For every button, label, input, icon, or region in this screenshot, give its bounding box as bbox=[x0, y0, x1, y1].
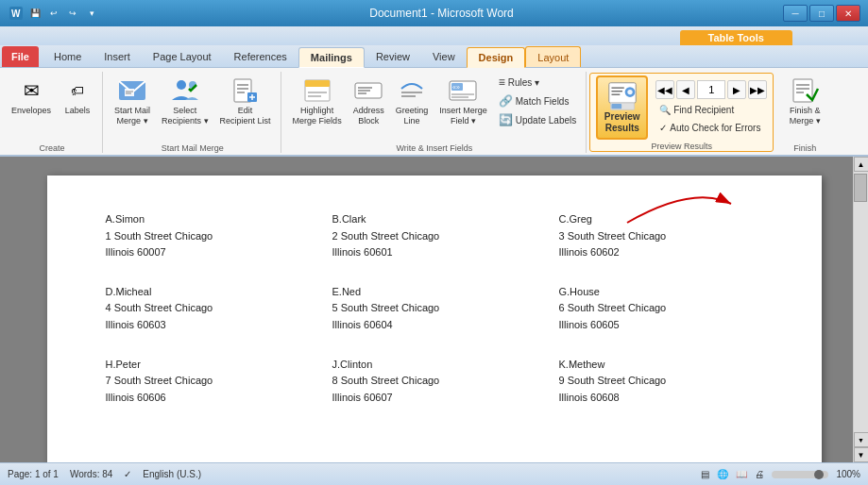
view-normal-btn[interactable]: ▤ bbox=[701, 469, 709, 479]
document-grid: A.Simon 1 South Street Chicago Illinois … bbox=[94, 204, 774, 413]
tab-insert[interactable]: Insert bbox=[93, 46, 142, 67]
start-mail-merge-button[interactable]: Start MailMerge ▾ bbox=[111, 74, 154, 128]
ribbon-group-create: ✉ Envelopes 🏷 Labels Create bbox=[2, 72, 103, 153]
scroll-thumb[interactable] bbox=[854, 174, 867, 202]
tab-review[interactable]: Review bbox=[365, 46, 421, 67]
first-record-btn[interactable]: ◀◀ bbox=[655, 80, 674, 99]
entry-1-city: Illinois 60007 bbox=[106, 244, 310, 261]
recipients-icon bbox=[170, 75, 200, 106]
tab-mailings[interactable]: Mailings bbox=[298, 47, 365, 68]
entry-6: G.House 6 South Street Chicago Illinois … bbox=[548, 269, 774, 342]
view-web-btn[interactable]: 🌐 bbox=[717, 469, 728, 479]
svg-rect-16 bbox=[305, 80, 330, 87]
greeting-line-icon bbox=[397, 75, 427, 106]
document[interactable]: A.Simon 1 South Street Chicago Illinois … bbox=[47, 176, 822, 462]
maximize-btn[interactable]: □ bbox=[809, 5, 834, 22]
entry-8-name: J.Clinton bbox=[332, 357, 536, 374]
ribbon-tabs: File Home Insert Page Layout References … bbox=[0, 45, 868, 68]
labels-button[interactable]: 🏷 Labels bbox=[59, 74, 96, 118]
redo-quick-btn[interactable]: ↪ bbox=[64, 5, 81, 22]
save-quick-btn[interactable]: 💾 bbox=[26, 5, 43, 22]
svg-rect-3 bbox=[125, 89, 134, 96]
address-block-button[interactable]: AddressBlock bbox=[349, 74, 388, 128]
minimize-btn[interactable]: ─ bbox=[783, 5, 808, 22]
insert-merge-field-button[interactable]: «» Insert MergeField ▾ bbox=[435, 74, 491, 128]
svg-point-35 bbox=[627, 90, 632, 94]
tab-pagelayout[interactable]: Page Layout bbox=[142, 46, 223, 67]
svg-rect-37 bbox=[611, 104, 621, 109]
rules-button[interactable]: ≡ Rules ▾ bbox=[495, 74, 581, 91]
entry-7: H.Peter 7 South Street Chicago Illinois … bbox=[94, 342, 321, 414]
undo-quick-btn[interactable]: ↩ bbox=[45, 5, 62, 22]
quick-access-toolbar: W 💾 ↩ ↪ ▾ bbox=[8, 5, 100, 22]
entry-1: A.Simon 1 South Street Chicago Illinois … bbox=[94, 204, 321, 269]
zoom-slider[interactable] bbox=[772, 471, 828, 478]
tab-design[interactable]: Design bbox=[467, 47, 526, 68]
entry-1-name: A.Simon bbox=[106, 211, 310, 228]
entry-2-address: 2 South Street Chicago bbox=[332, 228, 536, 245]
finish-merge-icon bbox=[790, 75, 820, 106]
entry-3-city: Illinois 60602 bbox=[559, 244, 763, 261]
scroll-down-arrow-2[interactable]: ▼ bbox=[854, 447, 869, 462]
scroll-down-arrow-1[interactable]: ▼ bbox=[854, 432, 869, 447]
envelopes-button[interactable]: ✉ Envelopes bbox=[8, 74, 55, 118]
finish-merge-button[interactable]: Finish &Merge ▾ bbox=[786, 74, 825, 128]
entry-9: K.Methew 9 South Street Chicago Illinois… bbox=[548, 342, 774, 414]
svg-text:«»: «» bbox=[452, 84, 460, 91]
scroll-up-btn[interactable]: ▲ bbox=[854, 157, 869, 172]
ribbon-group-preview-results: PreviewResults ◀◀ ◀ ▶ ▶▶ 🔍 Find Recipien… bbox=[589, 73, 774, 152]
entry-8-city: Illinois 60607 bbox=[332, 390, 536, 407]
svg-text:W: W bbox=[11, 8, 21, 19]
auto-check-errors-button[interactable]: ✓ Auto Check for Errors bbox=[655, 121, 767, 135]
match-fields-icon: 🔗 bbox=[499, 94, 513, 108]
ribbon: ✉ Envelopes 🏷 Labels Create bbox=[0, 68, 868, 157]
match-fields-button[interactable]: 🔗 Match Fields bbox=[495, 92, 581, 109]
quick-menu-btn[interactable]: ▾ bbox=[83, 5, 100, 22]
find-recipient-button[interactable]: 🔍 Find Recipient bbox=[655, 103, 767, 117]
edit-recipient-list-button[interactable]: EditRecipient List bbox=[216, 74, 275, 128]
entry-4: D.Micheal 4 South Street Chicago Illinoi… bbox=[94, 269, 321, 342]
greeting-line-button[interactable]: GreetingLine bbox=[392, 74, 433, 128]
tab-view[interactable]: View bbox=[421, 46, 467, 67]
tab-home[interactable]: Home bbox=[43, 46, 93, 67]
select-recipients-button[interactable]: SelectRecipients ▾ bbox=[158, 74, 213, 128]
zoom-level: 100% bbox=[836, 469, 860, 479]
tab-file[interactable]: File bbox=[2, 46, 39, 67]
entry-8: J.Clinton 8 South Street Chicago Illinoi… bbox=[321, 342, 548, 414]
entry-2-city: Illinois 60601 bbox=[332, 244, 536, 261]
rules-icon: ≡ bbox=[499, 75, 505, 89]
entry-7-city: Illinois 60606 bbox=[106, 390, 310, 407]
tab-references[interactable]: References bbox=[223, 46, 298, 67]
close-btn[interactable]: ✕ bbox=[836, 5, 860, 22]
entry-7-address: 7 South Street Chicago bbox=[106, 373, 310, 390]
preview-results-button[interactable]: PreviewResults bbox=[596, 75, 648, 140]
record-number-input[interactable] bbox=[697, 80, 725, 99]
entry-4-address: 4 South Street Chicago bbox=[106, 300, 310, 317]
preview-results-icon bbox=[607, 81, 638, 111]
entry-4-name: D.Micheal bbox=[106, 284, 310, 301]
entry-6-name: G.House bbox=[559, 284, 763, 301]
last-record-btn[interactable]: ▶▶ bbox=[748, 80, 767, 99]
entry-3: C.Greg 3 South Street Chicago Illinois 6… bbox=[548, 204, 774, 269]
highlight-merge-fields-button[interactable]: HighlightMerge Fields bbox=[289, 74, 346, 128]
page-info: Page: 1 of 1 bbox=[8, 469, 59, 479]
entry-5-name: E.Ned bbox=[332, 284, 536, 301]
entry-4-city: Illinois 60603 bbox=[106, 317, 310, 334]
entry-9-address: 9 South Street Chicago bbox=[559, 373, 763, 390]
find-recipient-icon: 🔍 bbox=[659, 105, 671, 115]
entry-1-address: 1 South Street Chicago bbox=[106, 228, 310, 245]
next-record-btn[interactable]: ▶ bbox=[727, 80, 746, 99]
update-labels-icon: 🔄 bbox=[499, 113, 513, 126]
update-labels-button[interactable]: 🔄 Update Labels bbox=[495, 111, 581, 128]
view-reading-btn[interactable]: 📖 bbox=[736, 469, 747, 479]
mail-merge-icon bbox=[117, 75, 147, 106]
tab-layout[interactable]: Layout bbox=[525, 46, 581, 67]
language-info: English (U.S.) bbox=[143, 469, 201, 479]
vertical-scrollbar[interactable]: ▲ ▼ ▼ bbox=[853, 157, 868, 462]
view-print-btn[interactable]: 🖨 bbox=[755, 469, 764, 479]
auto-check-icon: ✓ bbox=[659, 123, 667, 133]
ribbon-group-write-insert: HighlightMerge Fields AddressBlock bbox=[283, 72, 587, 153]
prev-record-btn[interactable]: ◀ bbox=[676, 80, 695, 99]
title-bar-left: W 💾 ↩ ↪ ▾ bbox=[8, 5, 100, 22]
highlight-icon bbox=[302, 75, 332, 106]
